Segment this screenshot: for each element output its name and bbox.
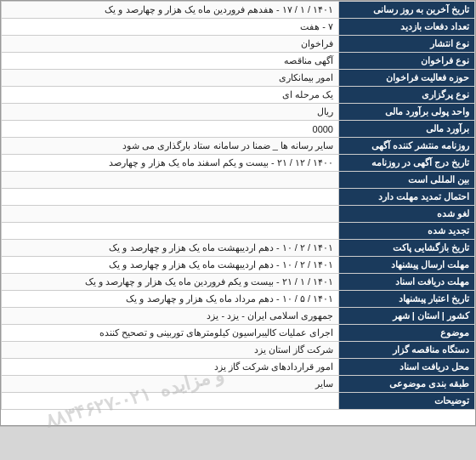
row-value xyxy=(2,206,339,223)
table-row: لغو شده xyxy=(2,206,475,223)
row-label: لغو شده xyxy=(339,206,475,223)
row-value: یک مرحله ای xyxy=(2,87,339,104)
table-row: کشور | استان | شهرجمهوری اسلامی ایران - … xyxy=(2,308,475,325)
row-label: نوع فراخوان xyxy=(339,53,475,70)
row-value: اجرای عملیات کالیبراسیون کیلومترهای تورب… xyxy=(2,325,339,342)
table-row: توضیحات xyxy=(2,393,475,410)
row-label: مهلت دریافت اسناد xyxy=(339,274,475,291)
row-value: امور قراردادهای شرکت گاز یزد xyxy=(2,359,339,376)
row-value: شرکت گاز استان یزد xyxy=(2,342,339,359)
table-row: مهلت ارسال پیشنهاد۱۴۰۱ / ۲ / ۱۰ - دهم ار… xyxy=(2,257,475,274)
row-value: ۱۴۰۱ / ۱ / ۱۷ - هفدهم فروردین ماه یک هزا… xyxy=(2,2,339,19)
row-label: تاریخ بازگشایی پاکت xyxy=(339,240,475,257)
row-label: برآورد مالی xyxy=(339,121,475,138)
row-value xyxy=(2,393,339,410)
table-row: محل دریافت اسنادامور قراردادهای شرکت گاز… xyxy=(2,359,475,376)
row-value: 0000 xyxy=(2,121,339,138)
row-value xyxy=(2,172,339,189)
row-value: ۱۴۰۰ / ۱۲ / ۲۱ - بیست و یکم اسفند ماه یک… xyxy=(2,155,339,172)
table-row: تعداد دفعات بازدید۷ - هفت xyxy=(2,19,475,36)
row-label: تعداد دفعات بازدید xyxy=(339,19,475,36)
row-value: ریال xyxy=(2,104,339,121)
row-label: محل دریافت اسناد xyxy=(339,359,475,376)
table-row: روزنامه منتشر کننده آگهیسایر رسانه ها _ … xyxy=(2,138,475,155)
row-value: فراخوان xyxy=(2,36,339,53)
row-label: نوع پرگزاری xyxy=(339,87,475,104)
row-label: حوزه فعالیت فراخوان xyxy=(339,70,475,87)
row-value: جمهوری اسلامی ایران - یزد - یزد xyxy=(2,308,339,325)
table-row: برآورد مالی0000 xyxy=(2,121,475,138)
table-row: دستگاه مناقصه گزارشرکت گاز استان یزد xyxy=(2,342,475,359)
row-value: ۱۴۰۱ / ۲ / ۱۰ - دهم اردیبهشت ماه یک هزار… xyxy=(2,240,339,257)
row-label: طبقه بندی موضوعی xyxy=(339,376,475,393)
row-value: ۷ - هفت xyxy=(2,19,339,36)
row-label: تجدید شده xyxy=(339,223,475,240)
table-row: تجدید شده xyxy=(2,223,475,240)
row-label: موضوع xyxy=(339,325,475,342)
table-row: تاریخ بازگشایی پاکت۱۴۰۱ / ۲ / ۱۰ - دهم ا… xyxy=(2,240,475,257)
row-label: بین المللی است xyxy=(339,172,475,189)
table-row: طبقه بندی موضوعیسایر xyxy=(2,376,475,393)
row-label: کشور | استان | شهر xyxy=(339,308,475,325)
table-row: نوع پرگزارییک مرحله ای xyxy=(2,87,475,104)
row-label: توضیحات xyxy=(339,393,475,410)
row-label: احتمال تمدید مهلت دارد xyxy=(339,189,475,206)
bottom-bar xyxy=(0,426,476,460)
row-label: تاریخ اعتبار پیشنهاد xyxy=(339,291,475,308)
row-value xyxy=(2,223,339,240)
table-row: واحد پولی برآورد مالیریال xyxy=(2,104,475,121)
table-row: احتمال تمدید مهلت دارد xyxy=(2,189,475,206)
row-label: مهلت ارسال پیشنهاد xyxy=(339,257,475,274)
row-value: ۱۴۰۱ / ۲ / ۱۰ - دهم اردیبهشت ماه یک هزار… xyxy=(2,257,339,274)
row-value: سایر xyxy=(2,376,339,393)
table-row: بین المللی است xyxy=(2,172,475,189)
row-value: ۱۴۰۱ / ۵ / ۱۰ - دهم مرداد ماه یک هزار و … xyxy=(2,291,339,308)
table-row: تاریخ آخرین به روز رسانی۱۴۰۱ / ۱ / ۱۷ - … xyxy=(2,2,475,19)
row-label: تاریخ آخرین به روز رسانی xyxy=(339,2,475,19)
table-row: تاریخ اعتبار پیشنهاد۱۴۰۱ / ۵ / ۱۰ - دهم … xyxy=(2,291,475,308)
row-label: دستگاه مناقصه گزار xyxy=(339,342,475,359)
table-row: تاریخ درج آگهی در روزنامه۱۴۰۰ / ۱۲ / ۲۱ … xyxy=(2,155,475,172)
info-table: تاریخ آخرین به روز رسانی۱۴۰۱ / ۱ / ۱۷ - … xyxy=(1,1,475,410)
row-label: نوع انتشار xyxy=(339,36,475,53)
row-value: ۱۴۰۱ / ۱ / ۲۱ - بیست و یکم فروردین ماه ی… xyxy=(2,274,339,291)
row-value: آگهی مناقصه xyxy=(2,53,339,70)
row-label: روزنامه منتشر کننده آگهی xyxy=(339,138,475,155)
row-value: امور بیمانکاری xyxy=(2,70,339,87)
table-row: نوع فراخوانآگهی مناقصه xyxy=(2,53,475,70)
table-row: موضوعاجرای عملیات کالیبراسیون کیلومترهای… xyxy=(2,325,475,342)
row-label: واحد پولی برآورد مالی xyxy=(339,104,475,121)
table-row: مهلت دریافت اسناد۱۴۰۱ / ۱ / ۲۱ - بیست و … xyxy=(2,274,475,291)
row-value: سایر رسانه ها _ ضمنا در سامانه ستاد بارگ… xyxy=(2,138,339,155)
table-row: حوزه فعالیت فراخوانامور بیمانکاری xyxy=(2,70,475,87)
row-value xyxy=(2,189,339,206)
table-row: نوع انتشارفراخوان xyxy=(2,36,475,53)
row-label: تاریخ درج آگهی در روزنامه xyxy=(339,155,475,172)
